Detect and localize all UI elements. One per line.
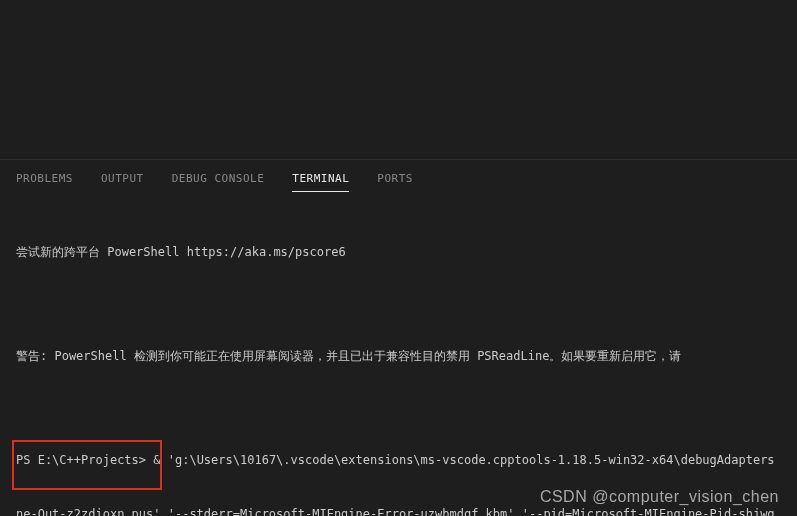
terminal-line: 警告: PowerShell 检测到你可能正在使用屏幕阅读器，并且已出于兼容性目… [16, 347, 781, 365]
terminal-line: PS E:\C++Projects> & 'g:\Users\10167\.vs… [16, 451, 781, 469]
tab-terminal[interactable]: TERMINAL [292, 172, 349, 192]
tab-problems[interactable]: PROBLEMS [16, 172, 73, 191]
prompt: PS E:\C++Projects> [16, 453, 153, 467]
tab-debug-console[interactable]: DEBUG CONSOLE [172, 172, 265, 191]
terminal-line: 尝试新的跨平台 PowerShell https://aka.ms/pscore… [16, 243, 781, 261]
terminal-content[interactable]: 尝试新的跨平台 PowerShell https://aka.ms/pscore… [0, 195, 797, 516]
tab-output[interactable]: OUTPUT [101, 172, 144, 191]
panel-tabs: PROBLEMS OUTPUT DEBUG CONSOLE TERMINAL P… [0, 160, 797, 195]
watermark: CSDN @computer_vision_chen [540, 488, 779, 506]
editor-area [0, 0, 797, 160]
terminal-line: ne-Out-z2zdioxn.pus' '--stderr=Microsoft… [16, 505, 781, 516]
command-text: & 'g:\Users\10167\.vscode\extensions\ms-… [153, 453, 774, 467]
tab-ports[interactable]: PORTS [377, 172, 413, 191]
